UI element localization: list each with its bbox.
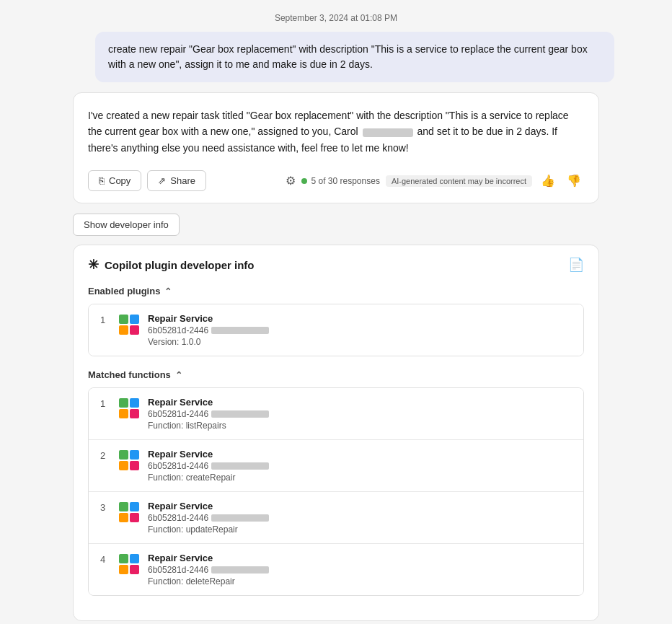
matched-function-item-2: 2 Repair Service 6b05281d-2446 Function:… <box>89 440 583 492</box>
mf-icon-1 <box>119 398 139 418</box>
mf-details-3: Repair Service 6b05281d-2446 Function: u… <box>148 501 572 535</box>
enabled-plugins-header: Enabled plugins ⌃ <box>88 286 584 296</box>
mf-icon-sq-tr-4 <box>130 554 139 563</box>
enabled-plugins-list: 1 Repair Service 6b05281d-2446 Version: … <box>88 304 584 356</box>
plugin-name-1: Repair Service <box>148 313 572 324</box>
matched-function-item-3: 3 Repair Service 6b05281d-2446 Function:… <box>89 492 583 544</box>
mf-name-2: Repair Service <box>148 449 572 460</box>
enabled-plugins-label: Enabled plugins <box>88 286 160 296</box>
mf-name-1: Repair Service <box>148 397 572 408</box>
dev-info-title-text: Copilot plugin developer info <box>105 259 255 271</box>
mf-icon-sq-tl-4 <box>119 554 128 563</box>
thumbs-up-button[interactable]: 👍 <box>538 171 558 190</box>
mf-icon-sq-br-1 <box>130 409 139 418</box>
icon-sq-tr <box>130 315 139 324</box>
plugin-version-1: Version: 1.0.0 <box>148 337 572 347</box>
mf-name-4: Repair Service <box>148 553 572 563</box>
icon-sq-bl <box>119 325 128 335</box>
mf-icon-4 <box>119 554 139 574</box>
thumbs-down-button[interactable]: 👎 <box>564 171 584 190</box>
mf-icon-sq-br-4 <box>130 565 139 574</box>
mf-icon-sq-bl-2 <box>119 461 128 470</box>
mf-index-2: 2 <box>100 450 110 461</box>
mf-index-3: 3 <box>100 502 110 513</box>
icon-sq-br <box>130 325 139 335</box>
mf-icon-3 <box>119 502 139 522</box>
plugin-icon-1 <box>119 315 139 335</box>
mf-icon-sq-tr-2 <box>130 450 139 460</box>
mf-icon-sq-tr-1 <box>130 398 139 408</box>
mf-icon-sq-tl-1 <box>119 398 128 408</box>
timestamp: September 3, 2024 at 01:08 PM <box>0 13 672 23</box>
mf-id-2: 6b05281d-2446 <box>148 461 572 471</box>
ai-response-card: I've created a new repair task titled "G… <box>73 92 599 203</box>
share-label: Share <box>170 175 195 186</box>
redacted-name <box>363 128 413 137</box>
mf-details-1: Repair Service 6b05281d-2446 Function: l… <box>148 397 572 431</box>
plugin-index-1: 1 <box>100 315 110 325</box>
mf-icon-sq-tl-2 <box>119 450 128 460</box>
matched-function-item-1: 1 Repair Service 6b05281d-2446 Function:… <box>89 388 583 440</box>
mf-function-3: Function: updateRepair <box>148 524 572 535</box>
chevron-up-icon-2[interactable]: ⌃ <box>175 370 182 380</box>
status-dot <box>301 178 307 184</box>
copy-label: Copy <box>109 175 131 186</box>
plugin-id-redacted-1 <box>211 327 269 334</box>
mf-icon-sq-br-2 <box>130 461 139 470</box>
enabled-plugin-item-1: 1 Repair Service 6b05281d-2446 Version: … <box>89 304 583 356</box>
mf-icon-sq-tr-3 <box>130 502 139 511</box>
share-icon: ⇗ <box>158 175 166 186</box>
mf-icon-sq-bl-3 <box>119 513 128 522</box>
dev-info-card: ✳ Copilot plugin developer info 📄 Enable… <box>73 245 599 621</box>
mf-icon-2 <box>119 450 139 470</box>
mf-function-1: Function: listRepairs <box>148 421 572 431</box>
responses-info: 5 of 30 responses <box>301 176 379 186</box>
export-icon[interactable]: 📄 <box>568 257 584 273</box>
action-bar-right: ⚙ 5 of 30 responses AI-generated content… <box>286 171 584 190</box>
mf-id-3: 6b05281d-2446 <box>148 513 572 523</box>
responses-count: 5 of 30 responses <box>311 176 379 186</box>
mf-id-4: 6b05281d-2446 <box>148 565 572 575</box>
ai-response-text: I've created a new repair task titled "G… <box>88 107 584 156</box>
mf-id-redacted-3 <box>211 514 269 522</box>
mf-function-4: Function: deleteRepair <box>148 576 572 586</box>
mf-icon-sq-bl-1 <box>119 409 128 418</box>
show-developer-info-button[interactable]: Show developer info <box>73 214 180 236</box>
dev-section: Show developer info ✳ Copilot plugin dev… <box>73 214 599 621</box>
copy-icon: ⎘ <box>99 175 105 186</box>
ai-badge: AI-generated content may be incorrect <box>386 175 532 187</box>
mf-id-redacted-4 <box>211 566 269 574</box>
ai-settings-icon[interactable]: ⚙ <box>286 174 296 188</box>
mf-id-redacted-1 <box>211 410 269 418</box>
icon-sq-tl <box>119 315 128 324</box>
action-bar: ⎘ Copy ⇗ Share ⚙ 5 of 30 responses AI-ge… <box>88 167 584 191</box>
copy-button[interactable]: ⎘ Copy <box>88 170 141 191</box>
mf-details-4: Repair Service 6b05281d-2446 Function: d… <box>148 553 572 586</box>
matched-functions-header: Matched functions ⌃ <box>88 369 584 380</box>
mf-details-2: Repair Service 6b05281d-2446 Function: c… <box>148 449 572 483</box>
matched-function-item-4: 4 Repair Service 6b05281d-2446 Function:… <box>89 544 583 595</box>
mf-index-1: 1 <box>100 398 110 409</box>
mf-function-2: Function: createRepair <box>148 473 572 483</box>
chevron-up-icon[interactable]: ⌃ <box>164 286 172 296</box>
copilot-icon: ✳ <box>88 257 99 273</box>
share-button[interactable]: ⇗ Share <box>147 170 206 191</box>
matched-functions-list: 1 Repair Service 6b05281d-2446 Function:… <box>88 387 584 596</box>
mf-index-4: 4 <box>100 554 110 565</box>
user-message: create new repair "Gear box replacement"… <box>95 32 614 82</box>
mf-icon-sq-br-3 <box>130 513 139 522</box>
mf-id-1: 6b05281d-2446 <box>148 409 572 419</box>
dev-info-header: ✳ Copilot plugin developer info 📄 <box>88 257 584 273</box>
mf-id-redacted-2 <box>211 462 269 470</box>
plugin-id-1: 6b05281d-2446 <box>148 325 572 335</box>
mf-icon-sq-bl-4 <box>119 565 128 574</box>
mf-icon-sq-tl-3 <box>119 502 128 511</box>
plugin-details-1: Repair Service 6b05281d-2446 Version: 1.… <box>148 313 572 347</box>
mf-name-3: Repair Service <box>148 501 572 511</box>
matched-functions-label: Matched functions <box>88 369 171 380</box>
dev-info-title: ✳ Copilot plugin developer info <box>88 257 255 273</box>
